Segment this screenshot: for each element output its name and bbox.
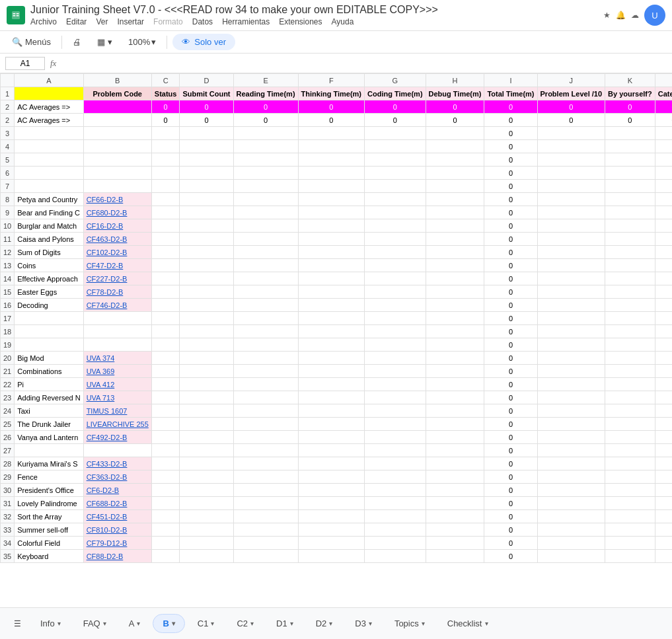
cell-b12[interactable]: CF102-D2-B	[83, 246, 151, 259]
col-header-i[interactable]: I	[484, 74, 537, 87]
tab-c2[interactable]: C2 ▾	[227, 614, 264, 633]
cell-h16	[426, 299, 484, 312]
cell-j10	[537, 219, 605, 233]
tab-d3[interactable]: D3 ▾	[345, 614, 382, 633]
cell-b11[interactable]: CF463-D2-B	[83, 233, 151, 246]
cell-b35[interactable]: CF88-D2-B	[83, 550, 151, 563]
col-header-c[interactable]: C	[151, 74, 180, 87]
cell-l34	[655, 537, 672, 550]
cell-b22[interactable]: UVA 412	[83, 378, 151, 391]
search-button[interactable]: 🔍 Menús	[7, 34, 56, 50]
star-icon[interactable]: ★	[603, 11, 611, 20]
cell-b21[interactable]: UVA 369	[83, 365, 151, 378]
cell-b20[interactable]: UVA 374	[83, 352, 151, 365]
col-header-d[interactable]: D	[180, 74, 233, 87]
format-button[interactable]: ▦ ▾	[92, 34, 118, 50]
cell-l3	[655, 127, 672, 140]
cell-c15	[151, 285, 180, 299]
cell-g14	[365, 272, 426, 285]
alert-icon[interactable]: 🔔	[616, 11, 626, 20]
cell-c32	[151, 510, 180, 523]
cell-b23[interactable]: UVA 713	[83, 391, 151, 404]
cell-b13[interactable]: CF47-D2-B	[83, 259, 151, 272]
cell-j9	[537, 206, 605, 219]
cell-c6	[151, 167, 180, 180]
row-num-18: 18	[1, 325, 15, 338]
cell-b26[interactable]: CF492-D2-B	[83, 431, 151, 444]
menu-extensiones[interactable]: Extensiones	[279, 17, 322, 26]
cell-j3	[537, 127, 605, 140]
tab-c1[interactable]: C1 ▾	[188, 614, 225, 633]
cell-b10[interactable]: CF16-D2-B	[83, 219, 151, 233]
cell-a1[interactable]	[15, 87, 83, 100]
col-header-l[interactable]: L	[655, 74, 672, 87]
cell-b8[interactable]: CF66-D2-B	[83, 193, 151, 206]
col-header-b[interactable]: B	[83, 74, 151, 87]
menu-formato[interactable]: Formato	[153, 17, 183, 26]
cell-l20	[655, 352, 672, 365]
menu-insertar[interactable]: Insertar	[117, 17, 144, 26]
cell-f17	[298, 312, 364, 325]
formula-input[interactable]	[61, 58, 667, 68]
menu-archivo[interactable]: Archivo	[30, 17, 57, 26]
menu-ayuda[interactable]: Ayuda	[332, 17, 354, 26]
tab-topics[interactable]: Topics ▾	[385, 614, 435, 633]
zoom-button[interactable]: 100% ▾	[123, 34, 161, 50]
top-bar: Junior Training Sheet V7.0 - <<<READ row…	[0, 0, 672, 31]
cell-e35	[233, 550, 298, 563]
cell-b16[interactable]: CF746-D2-B	[83, 299, 151, 312]
col-header-g[interactable]: G	[365, 74, 426, 87]
tab-d1[interactable]: D1 ▾	[266, 614, 303, 633]
cell-g28	[365, 457, 426, 470]
cell-b28[interactable]: CF433-D2-B	[83, 457, 151, 470]
cell-l9	[655, 206, 672, 219]
menu-ver[interactable]: Ver	[96, 17, 108, 26]
cell-reference-input[interactable]	[5, 57, 45, 70]
cell-j21	[537, 365, 605, 378]
col-header-a[interactable]: A	[15, 74, 83, 87]
cell-b15[interactable]: CF78-D2-B	[83, 285, 151, 299]
cell-i29: 0	[484, 470, 537, 484]
tab-a[interactable]: A ▾	[119, 614, 151, 633]
cell-b9[interactable]: CF680-D2-B	[83, 206, 151, 219]
menu-datos[interactable]: Datos	[192, 17, 213, 26]
cell-b31[interactable]: CF688-D2-B	[83, 497, 151, 510]
tab-faq[interactable]: FAQ ▾	[73, 614, 116, 633]
avatar[interactable]: U	[644, 5, 665, 26]
hamburger-button[interactable]: ☰	[7, 613, 28, 634]
tab-checklist[interactable]: Checklist ▾	[437, 614, 498, 633]
cell-a3	[15, 127, 83, 140]
cell-j32	[537, 510, 605, 523]
cell-b33[interactable]: CF810-D2-B	[83, 523, 151, 537]
col-header-h[interactable]: H	[426, 74, 484, 87]
cell-b29[interactable]: CF363-D2-B	[83, 470, 151, 484]
col-header-e[interactable]: E	[233, 74, 298, 87]
col-header-j[interactable]: J	[537, 74, 605, 87]
cell-h3	[426, 127, 484, 140]
menu-editar[interactable]: Editar	[66, 17, 87, 26]
tab-d2[interactable]: D2 ▾	[306, 614, 343, 633]
cell-b30[interactable]: CF6-D2-B	[83, 484, 151, 497]
chevron-icon: ▾	[369, 620, 372, 627]
col-header-f[interactable]: F	[298, 74, 364, 87]
cloud-icon[interactable]: ☁	[631, 11, 639, 20]
cell-b25[interactable]: LIVEARCHIVE 255	[83, 418, 151, 431]
cell-b34[interactable]: CF79-D12-B	[83, 537, 151, 550]
sheet-container[interactable]: A B C D E F G H I J K L M 1 Problem Code	[0, 73, 672, 565]
cell-f10	[298, 219, 364, 233]
print-button[interactable]: 🖨	[67, 34, 87, 50]
cell-b32[interactable]: CF451-D2-B	[83, 510, 151, 523]
table-row: 13CoinsCF47-D2-B0Video Solution - Eng	[1, 259, 673, 272]
tab-b[interactable]: B ▾	[153, 614, 184, 633]
format-icon: ▦	[97, 37, 105, 47]
view-only-button[interactable]: 👁 Solo ver	[172, 34, 235, 50]
tab-info[interactable]: Info ▾	[30, 614, 71, 633]
cell-k14	[605, 272, 655, 285]
cell-f3	[298, 127, 364, 140]
cell-h27	[426, 444, 484, 457]
cell-b24[interactable]: TIMUS 1607	[83, 404, 151, 418]
menu-herramientas[interactable]: Herramientas	[222, 17, 270, 26]
table-row: 1 Problem Code Status Submit Count Readi…	[1, 87, 673, 100]
cell-b14[interactable]: CF227-D2-B	[83, 272, 151, 285]
col-header-k[interactable]: K	[605, 74, 655, 87]
